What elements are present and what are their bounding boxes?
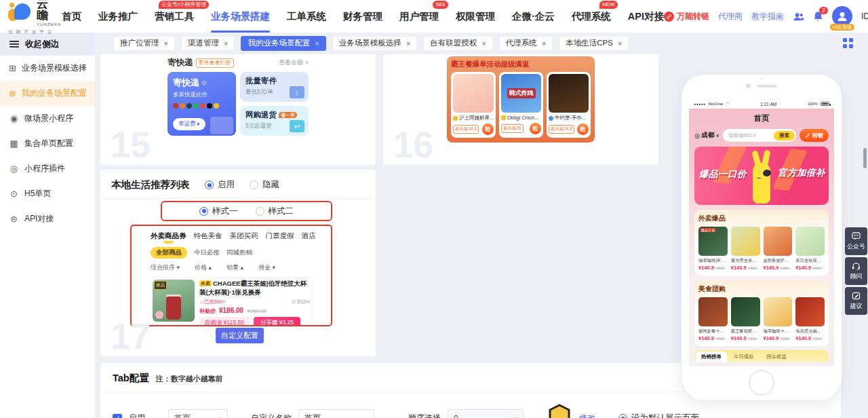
sort-commission[interactable]: 佣金 ▾ <box>258 263 275 272</box>
nav-item-home[interactable]: 首页 <box>62 0 81 33</box>
tab-template-select[interactable]: 业务场景模板选择× <box>332 36 417 51</box>
style2-radio[interactable]: 样式二 <box>256 206 294 217</box>
magic-link-button[interactable]: 万能转链 <box>664 11 709 22</box>
close-icon[interactable]: × <box>315 39 319 48</box>
enable-checkbox[interactable] <box>113 414 122 418</box>
product-item[interactable]: 海底捞火锅三人... ¥140.9¥550 <box>795 297 825 341</box>
edit-link[interactable]: 修改 <box>579 413 595 418</box>
preview-tab-coupons[interactable]: 外卖商品券 <box>151 231 186 244</box>
agent-link[interactable]: 代理商 <box>718 11 743 22</box>
notifications-bell[interactable]: 2 <box>813 11 823 22</box>
sidebar-item-plugin[interactable]: ◎小程序插件 <box>0 156 95 181</box>
preview-tab-hotel[interactable]: 酒店 <box>302 231 316 241</box>
nav-item-marketing[interactable]: 营销工具公众号/小程序管理 <box>155 0 194 33</box>
radio-icon[interactable] <box>250 180 258 189</box>
close-icon[interactable]: × <box>164 39 168 48</box>
custom-config-button[interactable]: 自定义配置 <box>216 328 264 343</box>
preview-tab-tickets[interactable]: 门票度假 <box>266 231 294 241</box>
tab-local-life-cps[interactable]: 本地生活CPS× <box>559 36 629 51</box>
tab-agent-system[interactable]: 代理系统× <box>499 36 553 51</box>
tab-my-scene-config[interactable]: 我的业务场景配置× <box>241 36 326 51</box>
guide-link[interactable]: 教学指南 <box>751 11 784 22</box>
search-button[interactable]: 搜索 <box>774 131 795 140</box>
returns-tile[interactable]: 网购退货省一半 5元起退货 ↩ <box>240 106 309 136</box>
sort-price[interactable]: 价格 ▴ <box>195 263 212 272</box>
radio-icon[interactable] <box>256 207 264 216</box>
search-input[interactable]: 瑞幸咖啡5.9 搜索 <box>723 129 796 142</box>
nav-item-workorder[interactable]: 工单系统 <box>287 0 326 33</box>
nav-item-agent-system[interactable]: 代理系统NEW <box>572 0 611 33</box>
product-item[interactable]: 霸王餐茶姬招牌... ¥140.9¥550 <box>731 297 760 341</box>
tab-channel-mgmt[interactable]: 渠道管理× <box>181 36 235 51</box>
preview-tab-food[interactable]: 特色美食 <box>194 231 222 241</box>
tabs-grid-icon[interactable] <box>843 38 853 48</box>
advisor-button[interactable]: 顾问 <box>845 257 867 285</box>
sort-sales[interactable]: 销量 ▴ <box>226 263 243 272</box>
promo-banner[interactable]: 爆品一口价 官方加倍补 <box>694 147 829 205</box>
radio-icon[interactable] <box>205 180 214 189</box>
radio-icon[interactable] <box>618 414 627 418</box>
sort-comprehensive[interactable]: 综合排序 ▾ <box>151 263 180 272</box>
sidebar-item-template-select[interactable]: ⊞业务场景模板选择 <box>0 56 95 81</box>
tab-commission[interactable]: 佣金收益 <box>761 352 792 362</box>
enable-radio[interactable]: 启用 <box>205 179 235 191</box>
bulk-send-tile[interactable]: 批量寄件 最低5元/单 ↓ <box>240 72 309 102</box>
grab-button[interactable]: 抢 <box>577 124 589 135</box>
close-icon[interactable]: × <box>481 39 486 48</box>
sidebar-item-mini-scene[interactable]: ◉微场景小程序 <box>0 106 95 131</box>
official-account-button[interactable]: 公众号 <box>845 227 867 255</box>
grab-button[interactable]: 抢 <box>530 123 541 134</box>
close-icon[interactable]: × <box>224 39 228 48</box>
style1-radio[interactable]: 样式一 <box>199 206 238 217</box>
product-item[interactable]: 必胜客披萨套餐... ¥140.9¥550 <box>764 227 793 271</box>
pill-today-picks[interactable]: 今日必推 <box>194 248 220 257</box>
share-earn-button[interactable]: 分享赚 ¥3.25 <box>254 317 300 326</box>
sidebar-item-my-scene-config[interactable]: ⊛我的业务场景配置 <box>0 81 95 106</box>
tab-own-alliance[interactable]: 自有联盟授权× <box>423 36 492 51</box>
radio-icon[interactable] <box>199 207 208 216</box>
pill-local-hot[interactable]: 同城热销 <box>226 248 252 257</box>
baowang-product[interactable]: 牛约堡-手作... 最高返14.6抢 <box>547 72 591 138</box>
product-item[interactable]: 麦当劳全家桶立... ¥140.9¥550 <box>731 227 760 271</box>
sidebar-item-h5[interactable]: ⊙H5单页 <box>0 181 95 206</box>
pill-all-products[interactable]: 全部商品 <box>151 247 187 259</box>
product-item[interactable]: 瑞幸咖啡十选一... ¥140.9¥550 <box>764 297 793 341</box>
baowang-product[interactable]: 韩式炸鸡 Obligi Chich... 最高返28抢 <box>499 72 543 138</box>
default-page-radio[interactable]: 设为默认展示页面 <box>618 413 699 418</box>
preview-product-card[interactable]: 爆品 外卖CHAGEE霸王茶姬|伯牙绝弦大杯装(大杯装)·1张兑换券 ♨已抢60… <box>151 278 312 326</box>
page-scrollbar-thumb[interactable] <box>863 148 867 168</box>
convert-link-button[interactable]: 转链 <box>800 129 829 142</box>
preview-tab-pharmacy[interactable]: 美团买药 <box>230 231 258 241</box>
custom-name-input[interactable] <box>298 409 374 418</box>
product-item[interactable]: 爆品立省 瑞幸咖啡|茉莉花... ¥140.9¥550 <box>698 227 728 271</box>
page-select[interactable]: 首页∨ <box>168 409 228 418</box>
avatar[interactable]: v3企业版 <box>832 6 852 26</box>
nav-item-promo[interactable]: 业务推广 <box>98 0 138 33</box>
suggestion-button[interactable]: 建议 <box>845 287 867 315</box>
tab-promo-slots[interactable]: 推广位管理× <box>113 36 175 51</box>
nav-item-finance[interactable]: 财务管理 <box>343 0 382 33</box>
sidebar-item-page-collection[interactable]: ▦集合单页配置 <box>0 131 95 156</box>
hide-radio[interactable]: 隐藏 <box>250 179 279 191</box>
close-icon[interactable]: × <box>618 39 622 48</box>
check-freight-button[interactable]: 查运费 ▸ <box>173 118 205 130</box>
self-save-button[interactable]: 自购省 ¥115.50 <box>199 317 250 326</box>
tab-hot-ranking[interactable]: 热销榜单 <box>696 352 727 362</box>
product-item[interactable]: 烧烤套餐十荤十... ¥140.9¥550 <box>698 297 728 341</box>
collapse-sidebar-button[interactable]: 收起侧边 <box>0 33 95 56</box>
nav-item-qiwei[interactable]: 企微·企云 <box>512 0 555 33</box>
tab-today-hot[interactable]: 今日爆款 <box>728 352 760 362</box>
baowang-product[interactable]: 沪上阿姨鲜果... 最高返14.6抢 <box>451 72 496 138</box>
close-icon[interactable]: × <box>542 39 546 48</box>
nav-item-scene-build[interactable]: 业务场景搭建 <box>211 0 270 33</box>
close-icon[interactable]: × <box>406 39 410 48</box>
express-view-all-link[interactable]: 查看全部 > <box>279 58 309 67</box>
nav-item-users[interactable]: 用户管理583 <box>399 0 439 33</box>
sidebar-item-api[interactable]: ⊜API对接 <box>0 206 95 231</box>
order-select[interactable]: 0∨ <box>448 409 524 418</box>
city-selector[interactable]: ◎成都∨ <box>694 131 719 140</box>
home-button[interactable] <box>749 370 774 396</box>
contact-icon[interactable] <box>793 12 804 22</box>
grab-button[interactable]: 抢 <box>482 124 494 135</box>
nav-item-permissions[interactable]: 权限管理 <box>456 0 495 33</box>
